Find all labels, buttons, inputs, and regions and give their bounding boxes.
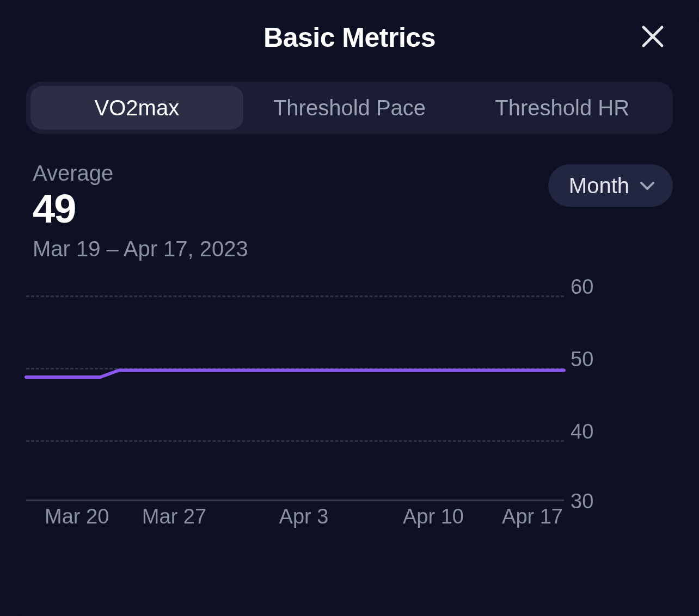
date-range: Mar 19 – Apr 17, 2023 bbox=[33, 237, 248, 261]
x-tick: Mar 27 bbox=[142, 505, 206, 528]
close-button[interactable] bbox=[638, 22, 667, 51]
x-tick: Apr 17 bbox=[502, 505, 563, 528]
chevron-down-icon bbox=[638, 176, 657, 195]
chart: 60 50 40 30 Mar 20 Mar 27 Apr 3 Apr 10 A… bbox=[26, 276, 673, 532]
close-icon bbox=[641, 25, 664, 48]
y-tick: 50 bbox=[571, 348, 620, 371]
time-range-label: Month bbox=[569, 174, 629, 198]
tab-bar: VO2max Threshold Pace Threshold HR bbox=[26, 82, 673, 134]
line-series bbox=[26, 276, 564, 500]
x-tick: Apr 10 bbox=[403, 505, 464, 528]
average-value: 49 bbox=[33, 189, 248, 229]
x-axis-ticks: Mar 20 Mar 27 Apr 3 Apr 10 Apr 17 bbox=[26, 505, 564, 532]
tab-vo2max[interactable]: VO2max bbox=[30, 86, 243, 130]
average-label: Average bbox=[33, 161, 248, 186]
y-tick: 30 bbox=[571, 490, 620, 513]
x-tick: Apr 3 bbox=[279, 505, 329, 528]
tab-label: Threshold Pace bbox=[273, 96, 426, 120]
tab-label: Threshold HR bbox=[495, 96, 629, 120]
y-tick: 60 bbox=[571, 275, 620, 299]
x-axis-line bbox=[26, 500, 564, 501]
stats-row: Average 49 Mar 19 – Apr 17, 2023 Month bbox=[26, 161, 673, 261]
tab-threshold-hr[interactable]: Threshold HR bbox=[456, 86, 669, 130]
time-range-selector[interactable]: Month bbox=[548, 164, 673, 207]
metrics-panel: Basic Metrics VO2max Threshold Pace Thre… bbox=[0, 0, 699, 616]
tab-threshold-pace[interactable]: Threshold Pace bbox=[243, 86, 456, 130]
tab-label: VO2max bbox=[95, 96, 180, 120]
page-title: Basic Metrics bbox=[263, 22, 436, 53]
stats-summary: Average 49 Mar 19 – Apr 17, 2023 bbox=[33, 161, 248, 261]
y-tick: 40 bbox=[571, 420, 620, 443]
plot-area[interactable] bbox=[26, 276, 564, 500]
x-tick: Mar 20 bbox=[45, 505, 109, 528]
header: Basic Metrics bbox=[26, 19, 673, 57]
